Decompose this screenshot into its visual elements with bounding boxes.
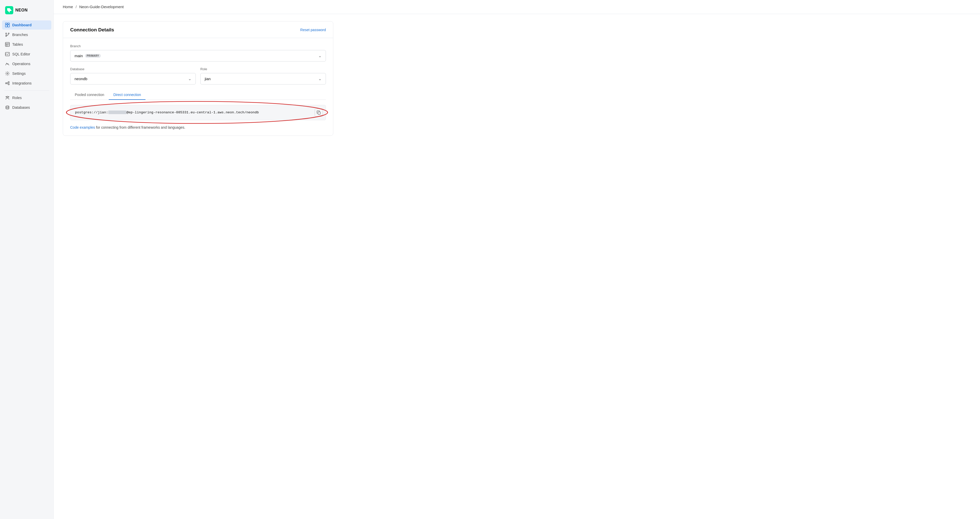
databases-icon (5, 105, 10, 110)
svg-rect-4 (8, 25, 10, 27)
copy-icon (317, 111, 321, 115)
breadcrumb: Home / Neon-Guide-Development (63, 5, 124, 9)
branch-select-left: main PRIMARY (75, 54, 101, 58)
logo-area: NEON (0, 4, 53, 21)
primary-badge: PRIMARY (85, 54, 101, 58)
neon-logo-icon (5, 6, 13, 14)
sidebar-item-branches-label: Branches (12, 33, 28, 37)
connection-string-box: postgres://jian: @ep-lingering-resonance… (70, 105, 326, 120)
role-chevron-icon: ⌄ (318, 76, 321, 81)
sidebar-item-operations-label: Operations (12, 62, 30, 66)
branches-icon (5, 32, 10, 37)
reset-password-button[interactable]: Reset password (301, 28, 326, 32)
sidebar-item-tables-label: Tables (12, 42, 23, 46)
sidebar-item-sql-editor-label: SQL Editor (12, 52, 30, 56)
svg-point-7 (6, 35, 6, 37)
nav-items: Dashboard Branches (0, 21, 53, 88)
sidebar-item-integrations-label: Integrations (12, 81, 32, 85)
branch-value: main (75, 54, 83, 58)
svg-point-14 (7, 73, 8, 74)
copy-connection-button[interactable] (315, 108, 323, 117)
database-col: Database neondb ⌄ (70, 67, 196, 84)
connection-prefix: postgres://jian: (75, 111, 108, 115)
breadcrumb-bar: Home / Neon-Guide-Development (54, 0, 980, 14)
svg-point-20 (6, 96, 8, 98)
database-select[interactable]: neondb ⌄ (70, 73, 196, 84)
connection-details-card: Connection Details Reset password Branch… (63, 21, 333, 136)
svg-rect-9 (5, 42, 10, 46)
breadcrumb-project: Neon-Guide-Development (80, 5, 124, 9)
svg-point-23 (6, 106, 9, 107)
connection-masked-password (108, 111, 127, 114)
svg-point-16 (8, 82, 10, 83)
connection-suffix: @ep-lingering-resonance-085331.eu-centra… (127, 111, 259, 115)
branch-label: Branch (70, 44, 326, 48)
connection-string-wrapper: postgres://jian: @ep-lingering-resonance… (70, 105, 326, 120)
card-title: Connection Details (70, 27, 114, 33)
tab-direct[interactable]: Direct connection (109, 90, 145, 100)
database-value: neondb (75, 76, 87, 81)
tabs-header: Pooled connection Direct connection (70, 90, 326, 100)
sidebar-item-databases-label: Databases (12, 105, 30, 110)
nav-items-secondary: Roles Databases (0, 93, 53, 112)
integrations-icon (5, 81, 10, 86)
sidebar-item-integrations[interactable]: Integrations (2, 79, 51, 88)
connection-tabs: Pooled connection Direct connection post… (70, 90, 326, 129)
svg-rect-1 (5, 23, 7, 24)
svg-line-19 (7, 83, 8, 84)
sidebar-item-dashboard-label: Dashboard (12, 23, 32, 27)
svg-point-6 (8, 33, 9, 34)
tables-icon (5, 42, 10, 47)
svg-rect-25 (318, 112, 320, 115)
svg-point-15 (6, 83, 7, 84)
code-examples-link[interactable]: Code examples (70, 125, 95, 129)
code-examples-line: Code examples for connecting from differ… (70, 125, 326, 129)
svg-rect-3 (5, 25, 7, 27)
sidebar-item-tables[interactable]: Tables (2, 40, 51, 49)
code-examples-suffix: for connecting from different frameworks… (95, 125, 185, 129)
dashboard-icon (5, 23, 10, 27)
operations-icon (5, 62, 10, 66)
sidebar: NEON Dashboard (0, 0, 54, 519)
database-chevron-icon: ⌄ (188, 76, 191, 81)
tab-pooled[interactable]: Pooled connection (70, 90, 109, 100)
database-label: Database (70, 67, 196, 71)
svg-point-22 (6, 97, 6, 97)
branch-section: Branch main PRIMARY ⌄ (70, 44, 326, 62)
sidebar-item-databases[interactable]: Databases (2, 103, 51, 112)
svg-rect-2 (8, 23, 10, 24)
content-area: Connection Details Reset password Branch… (54, 14, 980, 143)
sidebar-item-operations[interactable]: Operations (2, 59, 51, 68)
svg-line-18 (7, 83, 8, 83)
svg-rect-13 (5, 53, 10, 56)
main-content: Home / Neon-Guide-Development Connection… (54, 0, 980, 519)
sql-editor-icon (5, 52, 10, 56)
breadcrumb-separator: / (76, 5, 76, 9)
logo-text: NEON (15, 8, 27, 13)
role-col: Role jian ⌄ (200, 67, 326, 84)
roles-icon (5, 96, 10, 100)
svg-point-17 (8, 84, 10, 85)
sidebar-item-dashboard[interactable]: Dashboard (2, 21, 51, 30)
card-header: Connection Details Reset password (63, 21, 333, 38)
svg-point-21 (8, 97, 9, 97)
breadcrumb-home[interactable]: Home (63, 5, 73, 9)
sidebar-item-settings-label: Settings (12, 72, 25, 76)
settings-icon (5, 71, 10, 76)
sidebar-item-branches[interactable]: Branches (2, 30, 51, 39)
branch-chevron-icon: ⌄ (318, 53, 321, 58)
database-role-section: Database neondb ⌄ Role jian ⌄ (70, 67, 326, 84)
role-select[interactable]: jian ⌄ (200, 73, 326, 84)
role-value: jian (205, 76, 210, 81)
sidebar-item-roles[interactable]: Roles (2, 93, 51, 102)
card-body: Branch main PRIMARY ⌄ Database neo (63, 38, 333, 135)
role-label: Role (200, 67, 326, 71)
sidebar-item-sql-editor[interactable]: SQL Editor (2, 49, 51, 59)
sidebar-item-settings[interactable]: Settings (2, 69, 51, 78)
branch-select[interactable]: main PRIMARY ⌄ (70, 50, 326, 62)
sidebar-item-roles-label: Roles (12, 96, 22, 100)
